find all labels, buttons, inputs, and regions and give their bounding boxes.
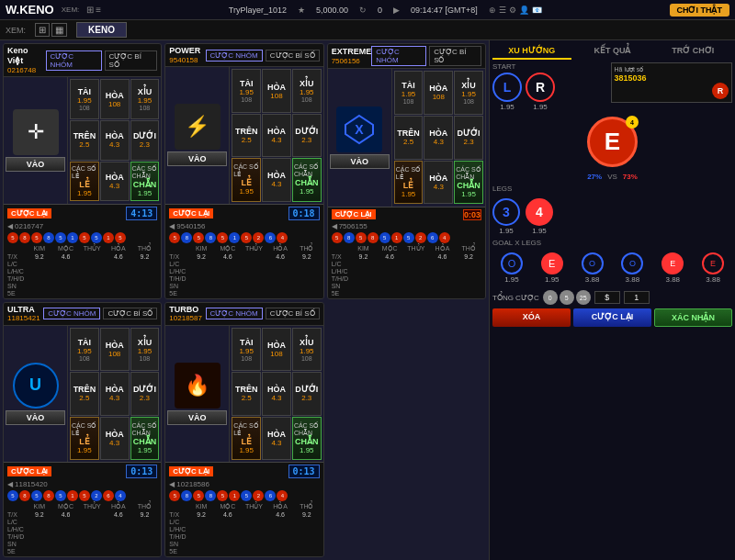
icon2[interactable]: ☰ — [499, 6, 506, 15]
tab-cbs-5[interactable]: CƯỢC BÍ SỐ — [266, 308, 320, 319]
icon3[interactable]: ⚙ — [509, 6, 516, 15]
grid-view[interactable]: ⊞ — [35, 23, 50, 37]
chan-cell-5[interactable]: CÁC SỐ CHẴNCHẴN1.95 — [292, 417, 322, 460]
tab-cuoc-nhom-1[interactable]: CƯỢC NHÓM — [46, 50, 102, 71]
coin-5[interactable]: 5 — [560, 290, 574, 305]
cuoc-lai-title-2[interactable]: CƯỢC LẠI — [169, 208, 213, 218]
panel-tabs-3[interactable]: CƯỢC NHÓM CƯỢC BÍ SỐ — [371, 46, 481, 66]
panel-tabs-5[interactable]: CƯỢC NHÓM CƯỢC BÍ SỐ — [206, 308, 320, 319]
xiu-cell-4[interactable]: XỈU1.95108 — [130, 328, 160, 371]
cuoc-lai-btn[interactable]: CƯỢC LẠI — [573, 308, 651, 327]
hoa-mid-3[interactable]: HÒA4.3 — [424, 116, 453, 160]
scroll-left-4[interactable]: ◀ — [7, 480, 13, 488]
list-icon[interactable]: ≡ — [96, 5, 101, 15]
hoa-bot-2[interactable]: HÒA4.3 — [262, 158, 291, 201]
hoa-mid-2[interactable]: HÒA4.3 — [262, 114, 291, 157]
hoa-bot-4[interactable]: HÒA4.3 — [100, 417, 130, 460]
le-cell-5[interactable]: CÁC SỐ LẺLẺ1.95 — [232, 417, 261, 460]
le-cell-3[interactable]: CÁC SỐ LẺLẺ1.95 — [394, 161, 424, 205]
goal-circle-EE[interactable]: E — [702, 252, 724, 274]
keno-tab[interactable]: KENO — [76, 22, 127, 38]
hoa-bot-5[interactable]: HÒA4.3 — [262, 417, 291, 460]
tai-cell-4[interactable]: TÀI1.95108 — [70, 328, 99, 371]
tab-cn-4[interactable]: CƯỢC NHÓM — [43, 308, 100, 319]
goal-circle-OO[interactable]: O — [582, 252, 604, 274]
chan-cell-4[interactable]: CÁC SỐ CHẴNCHẴN1.95 — [130, 417, 160, 460]
tab-cbs-4[interactable]: CƯỢC BÍ SỐ — [103, 308, 157, 319]
icon4[interactable]: 👤 — [519, 6, 529, 15]
icon5[interactable]: 📧 — [532, 6, 542, 15]
duoi-cell-3[interactable]: DƯỚI2.3 — [454, 116, 483, 160]
tren-cell-5[interactable]: TRÊN2.5 — [232, 372, 261, 415]
goal-circle-E1[interactable]: E — [541, 252, 563, 274]
xiu-cell-1[interactable]: XỈU1.95108 — [130, 79, 160, 119]
goal-OO[interactable]: O 3.88 — [573, 252, 612, 284]
hoa-mid-1[interactable]: HÒA4.3 — [100, 120, 130, 161]
tai-cell-2[interactable]: TÀI1.95108 — [232, 69, 261, 112]
circle-R[interactable]: R — [526, 73, 555, 102]
xiu-cell-3[interactable]: XỈU1.95108 — [454, 71, 483, 115]
refresh-icon[interactable]: ↻ — [359, 6, 367, 15]
xoa-btn[interactable]: XÓA — [492, 308, 571, 327]
vao-btn-1[interactable]: VÀO — [6, 157, 65, 172]
goal-circle-OE[interactable]: O — [621, 252, 643, 274]
cuoc-lai-title-1[interactable]: CƯỢC LẠI — [7, 208, 51, 218]
hoa-top-3[interactable]: HÒA108 — [424, 71, 453, 115]
hoa-top-1[interactable]: HÒA108 — [100, 79, 130, 119]
cuoc-lai-title-5[interactable]: CƯỢC LẠI — [169, 466, 213, 476]
play-button[interactable]: CHƠI THẬT — [670, 4, 730, 17]
cuoc-lai-title-3[interactable]: CƯỢC LẠI — [332, 209, 376, 219]
tai-cell-1[interactable]: TÀI1.95108 — [70, 79, 99, 119]
hoa-top-5[interactable]: HÒA108 — [262, 328, 291, 371]
scroll-left-1[interactable]: ◀ — [7, 222, 13, 230]
list-view[interactable]: ▦ — [51, 23, 67, 37]
xiu-cell-5[interactable]: XỈU1.95108 — [292, 328, 322, 371]
tab-xu-huong[interactable]: XU HƯỚNG — [492, 43, 571, 60]
chan-cell-2[interactable]: CÁC SỐ CHẴNCHẴN1.95 — [292, 158, 322, 201]
tren-cell-4[interactable]: TRÊN2.5 — [70, 372, 99, 415]
goal-circle-O1[interactable]: O — [501, 252, 523, 274]
hoa-bot-3[interactable]: HÒA4.3 — [424, 161, 453, 205]
circle-L[interactable]: L — [492, 73, 522, 102]
vao-btn-5[interactable]: VÀO — [167, 410, 227, 425]
duoi-cell-4[interactable]: DƯỚI2.3 — [130, 372, 160, 415]
tab-tro-choi[interactable]: TRỚ CHƠI — [653, 43, 732, 60]
grid-icon[interactable]: ⊞ — [86, 5, 94, 15]
cuoc-lai-title-4[interactable]: CƯỢC LẠI — [7, 466, 51, 476]
goal-O-blue[interactable]: O 1.95 — [492, 252, 531, 284]
hoa-mid-5[interactable]: HÒA4.3 — [262, 372, 291, 415]
coin-0[interactable]: 0 — [543, 290, 558, 305]
view-icons[interactable]: ⊞ ≡ — [86, 5, 101, 15]
icon1[interactable]: ⊕ — [489, 6, 496, 15]
hoa-mid-4[interactable]: HÒA4.3 — [100, 372, 130, 415]
action-buttons[interactable]: XÓA CƯỢC LẠI XÁC NHẬN — [492, 308, 732, 327]
tab-cuoc-nhom-2[interactable]: CƯỢC NHÓM — [206, 50, 263, 62]
legs-circle-4[interactable]: 4 — [526, 198, 553, 226]
chan-cell-3[interactable]: CÁC SỐ CHẴNCHẴN1.95 — [454, 161, 483, 205]
tren-cell-2[interactable]: TRÊN2.5 — [232, 114, 261, 157]
scroll-left-3[interactable]: ◀ — [332, 222, 337, 230]
xac-nhan-btn[interactable]: XÁC NHẬN — [654, 308, 732, 327]
coin-25[interactable]: 25 — [576, 290, 591, 305]
tab-ket-qua[interactable]: KẾT QUẢ — [573, 43, 652, 60]
tai-cell-5[interactable]: TÀI1.95108 — [232, 328, 261, 371]
bet-amount[interactable]: 1 — [624, 291, 650, 304]
tai-cell-3[interactable]: TÀI1.95108 — [394, 71, 424, 115]
vao-btn-3[interactable]: VÀO — [330, 154, 390, 169]
hoa-top-4[interactable]: HÒA108 — [100, 328, 130, 371]
le-cell-1[interactable]: CÁC SỐ LẺLẺ1.95 — [70, 162, 99, 202]
duoi-cell-1[interactable]: DƯỚI2.3 — [130, 120, 160, 161]
vao-btn-4[interactable]: VÀO — [6, 410, 65, 425]
tab-cuoc-bi-so-2[interactable]: CƯỢC BÍ SỐ — [266, 50, 320, 62]
panel-tabs-2[interactable]: CƯỢC NHÓM CƯỢC BÍ SỐ — [206, 50, 320, 62]
goal-EE[interactable]: E 3.88 — [694, 252, 732, 284]
legs-circle-3[interactable]: 3 — [492, 198, 520, 226]
tab-cbs-3[interactable]: CƯỢC BÍ SỐ — [429, 46, 481, 66]
duoi-cell-5[interactable]: DƯỚI2.3 — [292, 372, 322, 415]
view-options[interactable]: ⊞ ▦ — [35, 23, 67, 37]
chan-cell-1[interactable]: CÁC SỐ CHẴNCHẴN1.95 — [130, 162, 160, 202]
scroll-left-5[interactable]: ◀ — [169, 480, 175, 488]
le-cell-2[interactable]: CÁC SỐ LẺLẺ1.95 — [232, 158, 261, 201]
sidebar-tabs[interactable]: XU HƯỚNG KẾT QUẢ TRỚ CHƠI — [492, 43, 732, 60]
scroll-left-2[interactable]: ◀ — [169, 222, 175, 230]
